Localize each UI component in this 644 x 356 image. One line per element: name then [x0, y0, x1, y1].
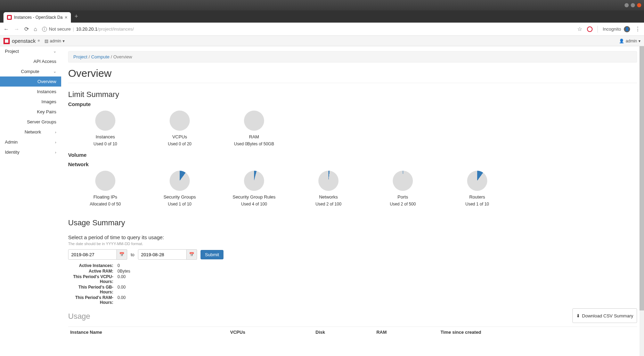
quota-label: Security Groups [142, 194, 217, 200]
back-button[interactable]: ← [3, 26, 9, 32]
network-subheading: Network [68, 161, 637, 167]
user-menu[interactable]: 👤 admin ▾ [619, 39, 641, 43]
quota-used: Used 0 of 20 [142, 141, 217, 146]
new-tab-button[interactable]: + [71, 13, 82, 20]
breadcrumb-compute[interactable]: Compute [91, 54, 109, 59]
table-column-header[interactable]: RAM [374, 327, 439, 338]
compute-quota-row: InstancesUsed 0 of 10VCPUsUsed 0 of 20RA… [68, 111, 637, 150]
usage-hint: The date should be in YYYY-MM-DD format. [68, 242, 637, 246]
sidebar-item-server-groups[interactable]: Server Groups [0, 117, 61, 127]
user-icon: 👤 [619, 39, 624, 43]
stats-value: 0.00 [117, 295, 125, 305]
sidebar-item-admin[interactable]: Admin › [0, 137, 61, 147]
address-bar[interactable]: i Not secure | 10.20.20.1/project/instan… [42, 26, 573, 32]
date-to-input[interactable] [138, 249, 187, 260]
tab-title: Instances - OpenStack Da [14, 15, 63, 20]
pie-chart-icon [95, 171, 115, 191]
quota-label: Routers [440, 194, 514, 200]
os-window-controls [625, 3, 641, 7]
date-from-input[interactable] [68, 249, 117, 260]
reload-button[interactable]: ⟳ [24, 26, 29, 32]
sidebar-item-identity[interactable]: Identity › [0, 147, 61, 157]
pie-chart-icon [170, 171, 190, 191]
pie-chart-icon [467, 171, 487, 191]
caret-down-icon: ▾ [638, 39, 641, 43]
stats-key: Active RAM: [68, 269, 113, 274]
sidebar-item-images[interactable]: Images [0, 97, 61, 107]
os-titlebar [0, 0, 644, 10]
sidebar-item-compute[interactable]: Compute ⌄ [0, 66, 61, 76]
openstack-favicon-icon [7, 15, 12, 20]
usage-table-header-row: Instance NameVCPUsDiskRAMTime since crea… [68, 327, 637, 338]
date-row: 📅 to 📅 Submit [68, 249, 637, 260]
chevron-right-icon: › [55, 140, 56, 144]
quota-label: RAM [217, 134, 291, 139]
quota-item: NetworksUsed 2 of 100 [291, 171, 366, 207]
sidebar-item-project[interactable]: Project ⌄ [0, 46, 61, 56]
stats-row: Active Instances:0 [68, 263, 637, 268]
window-minimize-icon[interactable] [625, 3, 629, 7]
calendar-icon[interactable]: 📅 [117, 249, 127, 260]
caret-down-icon: ▾ [63, 39, 65, 43]
chevron-down-icon: ⌄ [53, 49, 56, 54]
incognito-icon: 👤 [624, 26, 630, 32]
quota-item: Floating IPsAllocated 0 of 50 [68, 171, 142, 207]
window-maximize-icon[interactable] [631, 3, 635, 7]
quota-used: Used 1 of 10 [142, 202, 217, 207]
domain-selector[interactable]: ▤ admin ▾ [44, 39, 65, 43]
table-column-header[interactable]: Disk [313, 327, 374, 338]
download-csv-button[interactable]: ⬇ Download CSV Summary [572, 308, 637, 323]
browser-tabbar: Instances - OpenStack Da × + [0, 10, 644, 23]
browser-menu-button[interactable]: ⋮ [635, 26, 641, 32]
usage-query-label: Select a period of time to query its usa… [68, 234, 637, 240]
stats-value: 0.00 [117, 274, 125, 284]
stats-row: This Period's RAM-Hours:0.00 [68, 295, 637, 305]
home-button[interactable]: ⌂ [34, 26, 37, 32]
quota-used: Used 1 of 10 [440, 202, 514, 207]
quota-used: Used 0 of 10 [68, 141, 142, 146]
content: Project / Compute / Overview Overview Li… [61, 46, 644, 356]
scrollbar-thumb[interactable] [639, 46, 644, 310]
network-quota-row: Floating IPsAllocated 0 of 50Security Gr… [68, 171, 637, 210]
quota-item: VCPUsUsed 0 of 20 [142, 111, 217, 146]
browser-toolbar: ← → ⟳ ⌂ i Not secure | 10.20.20.1/projec… [0, 23, 644, 36]
scrollbar[interactable] [639, 46, 644, 356]
stats-row: This Period's VCPU-Hours:0.00 [68, 274, 637, 284]
window-close-icon[interactable] [637, 3, 641, 7]
sidebar-item-api-access[interactable]: API Access [0, 56, 61, 66]
usage-table: Instance NameVCPUsDiskRAMTime since crea… [68, 326, 637, 338]
submit-button[interactable]: Submit [201, 250, 223, 259]
info-icon[interactable]: i [42, 27, 47, 32]
calendar-icon[interactable]: 📅 [187, 249, 197, 260]
quota-used: Allocated 0 of 50 [68, 202, 142, 207]
bookmark-star-icon[interactable]: ☆ [577, 26, 582, 32]
breadcrumb-project[interactable]: Project [73, 54, 87, 59]
table-column-header[interactable]: Instance Name [68, 327, 228, 338]
brand[interactable]: openstack® [3, 38, 40, 44]
quota-label: Networks [291, 194, 366, 200]
sidebar-item-network[interactable]: Network › [0, 127, 61, 137]
page-title: Overview [68, 67, 637, 83]
sidebar-item-key-pairs[interactable]: Key Pairs [0, 107, 61, 117]
forward-button[interactable]: → [14, 26, 19, 32]
chevron-right-icon: › [55, 130, 56, 134]
compute-subheading: Compute [68, 101, 637, 107]
chevron-down-icon: ⌄ [53, 69, 56, 74]
table-column-header[interactable]: VCPUs [228, 327, 313, 338]
pie-chart-icon [318, 171, 339, 191]
opera-extension-icon[interactable] [587, 26, 593, 32]
sidebar-item-instances[interactable]: Instances [0, 87, 61, 97]
chevron-right-icon: › [55, 150, 56, 154]
pie-chart-icon [170, 111, 190, 131]
table-column-header[interactable]: Time since created [439, 327, 637, 338]
quota-used: Used 2 of 500 [366, 202, 440, 207]
app-topbar: openstack® ▤ admin ▾ 👤 admin ▾ [0, 36, 644, 46]
quota-item: RoutersUsed 1 of 10 [440, 171, 514, 207]
sidebar-item-overview[interactable]: Overview [0, 76, 61, 87]
quota-item: Security Group RulesUsed 4 of 100 [217, 171, 291, 207]
tab-close-icon[interactable]: × [65, 15, 67, 20]
browser-tab[interactable]: Instances - OpenStack Da × [3, 12, 71, 23]
quota-label: Floating IPs [68, 194, 142, 200]
quota-used: Used 4 of 100 [217, 202, 291, 207]
stats-key: This Period's VCPU-Hours: [68, 274, 113, 284]
